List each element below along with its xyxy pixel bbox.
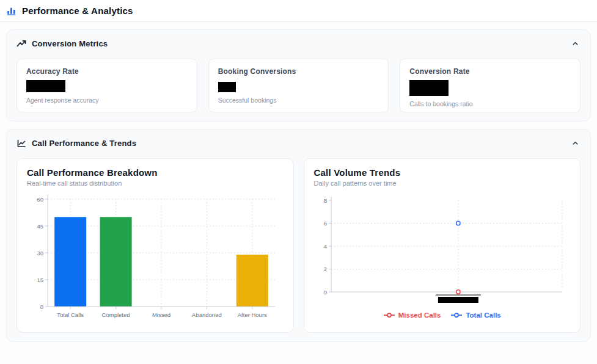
chart-card-call-volume-trends: Call Volume Trends Daily call patterns o… bbox=[304, 158, 581, 333]
chevron-up-icon bbox=[571, 40, 579, 48]
chart-title: Call Performance Breakdown bbox=[27, 167, 284, 178]
legend-item-total-calls[interactable]: Total Calls bbox=[450, 311, 500, 319]
svg-text:30: 30 bbox=[37, 250, 43, 257]
conversion-metrics-title: Conversion Metrics bbox=[32, 39, 108, 48]
metric-title: Accuracy Rate bbox=[26, 67, 188, 76]
charts-row: Call Performance Breakdown Real-time cal… bbox=[16, 158, 581, 333]
metric-title: Booking Conversions bbox=[218, 67, 379, 76]
missed-calls-marker-icon bbox=[383, 312, 395, 318]
scatter-chart: 02468 bbox=[314, 192, 566, 305]
call-performance-trends-section: Call Performance & Trends Call Performan… bbox=[6, 129, 591, 342]
total-calls-marker-icon bbox=[450, 312, 463, 318]
chart-legend: Missed Calls Total Calls bbox=[314, 311, 571, 319]
redacted-value bbox=[26, 80, 65, 92]
metric-subtitle: Successful bookings bbox=[218, 96, 379, 104]
chart-subtitle: Real-time call status distribution bbox=[27, 180, 284, 187]
svg-text:6: 6 bbox=[323, 220, 326, 227]
svg-text:0: 0 bbox=[323, 289, 326, 296]
svg-text:Abandoned: Abandoned bbox=[192, 311, 222, 318]
metric-title: Conversion Rate bbox=[409, 67, 571, 76]
page-header: Performance & Analytics bbox=[0, 0, 597, 22]
metric-cards-row: Accuracy Rate Agent response accuracy Bo… bbox=[16, 59, 581, 112]
svg-text:4: 4 bbox=[323, 243, 326, 250]
svg-text:Missed: Missed bbox=[152, 311, 170, 318]
bar-chart-icon bbox=[6, 5, 16, 16]
metric-card-conversion-rate: Conversion Rate Calls to bookings ratio bbox=[400, 59, 581, 112]
legend-label: Missed Calls bbox=[398, 311, 441, 319]
page-title: Performance & Analytics bbox=[22, 5, 133, 16]
legend-label: Total Calls bbox=[466, 311, 500, 319]
svg-text:Total Calls: Total Calls bbox=[57, 311, 84, 318]
conversion-metrics-section: Conversion Metrics Accuracy Rate Agent r… bbox=[6, 29, 591, 122]
line-chart-icon bbox=[16, 139, 26, 148]
metric-card-booking-conversions: Booking Conversions Successful bookings bbox=[208, 59, 389, 112]
svg-text:After Hours: After Hours bbox=[238, 311, 267, 318]
metric-card-accuracy-rate: Accuracy Rate Agent response accuracy bbox=[16, 59, 197, 112]
svg-text:45: 45 bbox=[37, 223, 43, 230]
call-performance-trends-header: Call Performance & Trends bbox=[16, 138, 581, 148]
svg-text:0: 0 bbox=[40, 304, 43, 310]
metric-subtitle: Calls to bookings ratio bbox=[409, 100, 571, 107]
svg-text:2: 2 bbox=[323, 266, 326, 272]
legend-item-missed-calls[interactable]: Missed Calls bbox=[383, 311, 441, 319]
svg-text:60: 60 bbox=[37, 196, 43, 203]
chart-subtitle: Daily call patterns over time bbox=[314, 180, 571, 187]
redacted-value bbox=[409, 80, 449, 96]
chart-card-call-performance-breakdown: Call Performance Breakdown Real-time cal… bbox=[16, 158, 294, 333]
trending-up-icon bbox=[16, 39, 26, 49]
collapse-performance-section-button[interactable] bbox=[570, 138, 581, 148]
svg-text:15: 15 bbox=[37, 277, 43, 283]
conversion-metrics-header: Conversion Metrics bbox=[16, 38, 581, 49]
svg-text:8: 8 bbox=[323, 197, 326, 204]
call-performance-trends-title: Call Performance & Trends bbox=[32, 139, 136, 148]
bar-chart: 015304560Total CallsCompletedMissedAband… bbox=[27, 192, 279, 321]
chevron-up-icon bbox=[571, 139, 579, 147]
svg-text:Completed: Completed bbox=[102, 311, 130, 318]
chart-title: Call Volume Trends bbox=[314, 167, 571, 178]
collapse-conversion-section-button[interactable] bbox=[570, 38, 581, 49]
metric-subtitle: Agent response accuracy bbox=[26, 96, 188, 104]
redacted-value bbox=[218, 82, 236, 92]
